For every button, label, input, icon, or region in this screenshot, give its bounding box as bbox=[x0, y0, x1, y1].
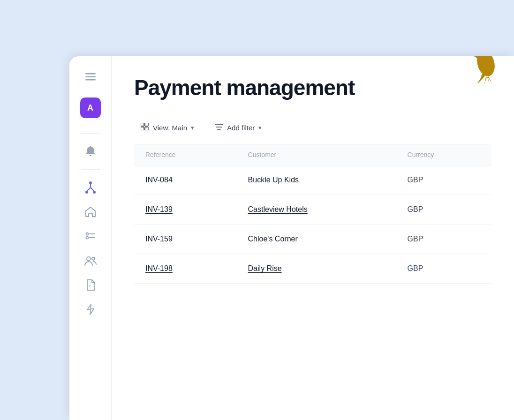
cell-currency: GBP bbox=[396, 225, 491, 254]
col-customer: Customer bbox=[237, 144, 396, 165]
svg-point-5 bbox=[93, 191, 96, 194]
cell-reference: INV-198 bbox=[134, 254, 237, 284]
reference-link[interactable]: INV-198 bbox=[145, 264, 173, 272]
add-filter-button[interactable]: Add filter ▾ bbox=[208, 120, 268, 136]
top-background bbox=[0, 0, 514, 56]
menu-icon[interactable] bbox=[81, 68, 100, 86]
filter-label: Add filter bbox=[227, 124, 255, 132]
cell-reference: INV-139 bbox=[134, 195, 237, 225]
page-title: Payment management bbox=[134, 75, 491, 100]
cell-currency: GBP bbox=[396, 195, 491, 225]
app-container: A bbox=[69, 56, 514, 420]
filter-chevron-icon: ▾ bbox=[258, 124, 262, 131]
reference-link[interactable]: INV-139 bbox=[145, 205, 173, 213]
sidebar-item-fork[interactable] bbox=[80, 177, 101, 198]
col-currency: Currency bbox=[396, 144, 491, 165]
sidebar-item-tasks[interactable] bbox=[80, 226, 101, 247]
svg-rect-19 bbox=[145, 123, 148, 126]
cell-currency: GBP bbox=[396, 254, 491, 284]
table-row: INV-084Buckle Up KidsGBP bbox=[134, 165, 491, 195]
sidebar-item-contacts[interactable] bbox=[80, 250, 101, 271]
svg-rect-0 bbox=[85, 73, 96, 75]
table-row: INV-198Daily RiseGBP bbox=[134, 254, 491, 284]
side-background bbox=[0, 0, 69, 420]
table-row: INV-139Castleview HotelsGBP bbox=[134, 195, 491, 225]
svg-point-4 bbox=[85, 191, 88, 194]
sidebar: A bbox=[69, 56, 112, 420]
cell-customer: Chloe's Corner bbox=[237, 225, 396, 254]
svg-rect-20 bbox=[145, 127, 148, 130]
toolbar: View: Main ▾ Add filter ▾ bbox=[134, 112, 491, 144]
customer-link[interactable]: Buckle Up Kids bbox=[248, 176, 299, 184]
svg-point-11 bbox=[92, 257, 95, 260]
svg-text:£: £ bbox=[89, 284, 91, 288]
view-label: View: Main bbox=[153, 124, 187, 132]
svg-point-6 bbox=[86, 233, 88, 235]
content-area: View: Main ▾ Add filter ▾ bbox=[112, 112, 514, 420]
cell-reference: INV-084 bbox=[134, 165, 237, 195]
table-row: INV-159Chloe's CornerGBP bbox=[134, 225, 491, 254]
customer-link[interactable]: Castleview Hotels bbox=[248, 205, 308, 213]
payments-table: Reference Customer Currency INV-084Buckl… bbox=[134, 144, 491, 284]
cell-customer: Buckle Up Kids bbox=[237, 165, 396, 195]
sidebar-item-home[interactable] bbox=[80, 202, 101, 222]
filter-icon bbox=[215, 123, 223, 133]
sidebar-divider-top bbox=[81, 133, 100, 134]
svg-rect-2 bbox=[85, 79, 96, 81]
sidebar-item-documents[interactable]: £ bbox=[80, 275, 101, 295]
svg-rect-1 bbox=[85, 76, 96, 78]
view-icon bbox=[141, 123, 149, 133]
table-header: Reference Customer Currency bbox=[134, 144, 491, 165]
avatar[interactable]: A bbox=[80, 98, 101, 118]
table-body: INV-084Buckle Up KidsGBPINV-139Castlevie… bbox=[134, 165, 491, 284]
customer-link[interactable]: Chloe's Corner bbox=[248, 235, 298, 243]
cell-currency: GBP bbox=[396, 165, 491, 195]
page-header: Payment management bbox=[112, 56, 514, 112]
sidebar-item-lightning[interactable] bbox=[80, 299, 101, 320]
cell-customer: Castleview Hotels bbox=[237, 195, 396, 225]
sidebar-divider-mid bbox=[81, 169, 100, 170]
svg-point-8 bbox=[86, 237, 88, 239]
customer-link[interactable]: Daily Rise bbox=[248, 264, 282, 272]
col-reference: Reference bbox=[134, 144, 237, 165]
view-selector[interactable]: View: Main ▾ bbox=[134, 119, 201, 136]
reference-link[interactable]: INV-159 bbox=[145, 235, 173, 243]
cell-customer: Daily Rise bbox=[237, 254, 396, 284]
main-content: Payment management View: Main ▾ bbox=[112, 56, 514, 420]
svg-rect-18 bbox=[141, 127, 144, 130]
svg-rect-17 bbox=[141, 123, 144, 126]
cell-reference: INV-159 bbox=[134, 225, 237, 254]
view-chevron-icon: ▾ bbox=[191, 124, 194, 131]
sidebar-item-notifications[interactable] bbox=[80, 141, 101, 162]
svg-point-10 bbox=[87, 257, 91, 261]
reference-link[interactable]: INV-084 bbox=[145, 176, 173, 184]
